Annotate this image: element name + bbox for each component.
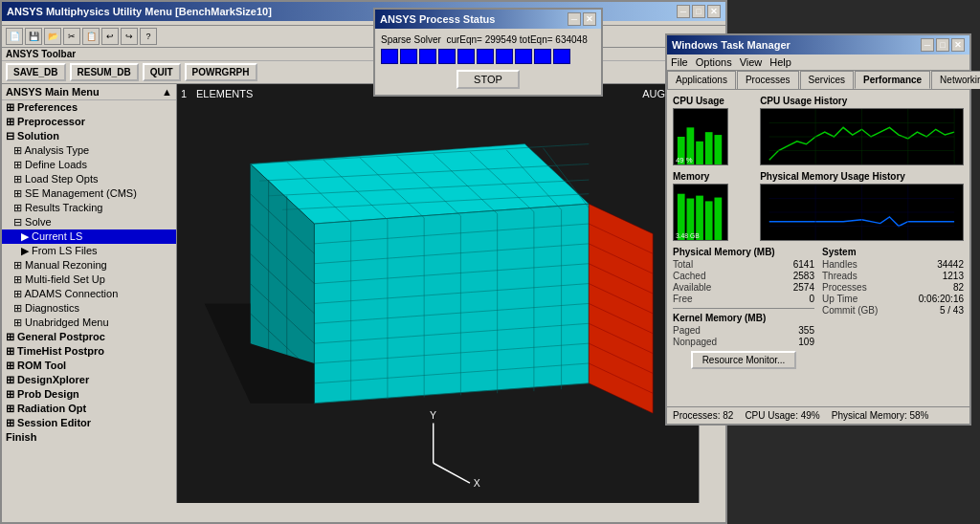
sidebar-item-rom-tool[interactable]: ⊞ ROM Tool [2,359,176,373]
sidebar-item-radiation-opt[interactable]: ⊞ Radiation Opt [2,402,176,416]
cpu-graphs-row: CPU Usage 49 % CPU Usage History [673,96,964,165]
sidebar-item-results-tracking[interactable]: ⊞ Results Tracking [2,201,176,215]
tab-services[interactable]: Services [800,71,854,89]
task-manager-menu: File Options View Help [667,55,969,71]
svg-text:X: X [474,477,481,490]
ansys-main-window: ANSYS Multiphysics Utility Menu [BenchMa… [0,0,727,524]
sidebar-header: ANSYS Main Menu ▲ [2,84,176,100]
mem-cached-value: 2583 [793,271,814,281]
progress-seg-10 [553,49,570,64]
sidebar-item-load-step-opts[interactable]: ⊞ Load Step Opts [2,172,176,186]
process-close-btn[interactable]: ✕ [583,12,596,26]
toolbar-icon-6[interactable]: ↩ [101,28,119,45]
task-manager-footer: Processes: 82 CPU Usage: 49% Physical Me… [667,406,969,424]
system-col: System Handles 34442 Threads 1213 Proces… [822,247,964,369]
svg-rect-62 [714,135,722,164]
mem-available-label: Available [673,282,711,293]
solver-name: Sparse Solver [381,34,441,45]
toolbar-icon-4[interactable]: ✂ [63,28,80,45]
resource-monitor-container: Resource Monitor... [673,351,814,369]
sidebar-item-general-postproc[interactable]: ⊞ General Postproc [2,330,176,344]
sys-uptime-label: Up Time [822,294,858,304]
kern-paged-value: 355 [798,325,814,336]
kern-paged-label: Paged [673,325,701,336]
sidebar-item-from-ls-files[interactable]: ▶ From LS Files [2,244,176,258]
sidebar-controls: ▲ [162,86,172,98]
svg-text:49 %: 49 % [676,156,693,164]
sidebar-item-analysis-type[interactable]: ⊞ Analysis Type [2,143,176,158]
task-manager-window: Windows Task Manager ─ □ ✕ File Options … [665,33,971,426]
resum-db-button[interactable]: RESUM_DB [70,63,139,81]
tab-networking[interactable]: Networking [931,71,980,89]
footer-cpu: CPU Usage: 49% [745,410,819,421]
toolbar-icon-8[interactable]: ? [140,28,157,45]
tm-menu-help[interactable]: Help [769,56,791,68]
sidebar-item-session-editor[interactable]: ⊞ Session Editor [2,416,176,430]
sidebar-item-define-loads[interactable]: ⊞ Define Loads [2,158,176,172]
tab-applications[interactable]: Applications [667,71,736,89]
viewport-number-label: 1 [181,88,187,99]
memory-small-label: Memory [673,171,754,182]
svg-rect-60 [696,142,703,164]
sidebar-item-diagnostics[interactable]: ⊞ Diagnostics [2,301,176,316]
sys-commit-row: Commit (GB) 5 / 43 [822,305,964,316]
process-solver-label: Sparse Solver curEqn= 299549 totEqn= 634… [381,34,595,45]
toolbar-icon-3[interactable]: 📂 [44,28,61,45]
toolbar-icon-2[interactable]: 💾 [25,28,42,45]
tm-close-btn[interactable]: ✕ [951,38,965,52]
stop-button[interactable]: STOP [457,70,520,89]
tm-maximize-btn[interactable]: □ [936,38,949,52]
kern-paged-row: Paged 355 [673,325,814,336]
sidebar-item-multifield-setup[interactable]: ⊞ Multi-field Set Up [2,273,176,287]
maximize-button[interactable]: □ [692,5,705,18]
sidebar-item-se-management[interactable]: ⊞ SE Management (CMS) [2,186,176,201]
progress-seg-4 [438,49,456,64]
task-manager-title-text: Windows Task Manager [672,39,791,51]
tm-stats-section: Physical Memory (MB) Total 6141 Cached 2… [673,247,964,369]
memory-history-section: Physical Memory Usage History [760,171,964,241]
sidebar-item-preferences[interactable]: ⊞ Preferences [2,100,176,115]
elements-label: ELEMENTS [196,88,253,99]
sidebar: ANSYS Main Menu ▲ ⊞ Preferences ⊞ Prepro… [2,84,177,503]
quit-button[interactable]: QUIT [143,63,181,81]
sidebar-item-solution[interactable]: ⊟ Solution [2,129,176,143]
tm-menu-file[interactable]: File [671,56,688,68]
toolbar-icon-1[interactable]: 📄 [6,28,23,45]
sidebar-item-manual-rezoning[interactable]: ⊞ Manual Rezoning [2,258,176,273]
sidebar-item-timehist-postpro[interactable]: ⊞ TimeHist Postpro [2,344,176,359]
process-minimize-btn[interactable]: ─ [568,12,581,26]
powrgrph-button[interactable]: POWRGRPH [185,63,257,81]
sys-uptime-value: 0:06:20:16 [919,294,964,304]
cpu-usage-graph: 49 % [673,108,728,165]
resource-monitor-button[interactable]: Resource Monitor... [691,351,797,369]
sidebar-item-solve[interactable]: ⊟ Solve [2,215,176,229]
sidebar-item-prob-design[interactable]: ⊞ Prob Design [2,387,176,402]
task-manager-tabs: Applications Processes Services Performa… [667,71,969,90]
toolbar-icon-7[interactable]: ↪ [121,28,138,45]
sidebar-item-current-ls[interactable]: ▶ Current LS [2,229,176,244]
viewport: 1 ELEMENTS AUG [177,84,699,503]
sidebar-item-preprocessor[interactable]: ⊞ Preprocessor [2,115,176,129]
svg-marker-44 [589,204,653,413]
sys-processes-label: Processes [822,282,867,293]
sidebar-item-designxplorer[interactable]: ⊞ DesignXplorer [2,373,176,387]
minimize-button[interactable]: ─ [677,5,690,18]
mem-free-label: Free [673,294,693,304]
save-db-button[interactable]: SAVE_DB [6,63,66,81]
tm-minimize-btn[interactable]: ─ [921,38,934,52]
cpu-history-section: CPU Usage History [760,96,964,165]
close-button[interactable]: ✕ [707,5,721,18]
sidebar-item-unabridged-menu[interactable]: ⊞ Unabridged Menu [2,316,176,330]
toolbar-icon-5[interactable]: 📋 [82,28,100,45]
tab-performance[interactable]: Performance [855,71,930,89]
icon-toolbar: 📄 💾 📂 ✂ 📋 ↩ ↪ ? [2,26,725,48]
sidebar-item-finish[interactable]: Finish [2,430,176,444]
process-dialog-title: ANSYS Process Status ─ ✕ [375,10,601,29]
sidebar-item-adams-connection[interactable]: ⊞ ADAMS Connection [2,287,176,301]
system-label: System [822,247,964,257]
ansys-toolbar: SAVE_DB RESUM_DB QUIT POWRGRPH [2,61,725,84]
memory-small-svg: 3.48 GB [674,185,727,240]
tab-processes[interactable]: Processes [737,71,799,89]
tm-menu-view[interactable]: View [740,56,763,68]
tm-menu-options[interactable]: Options [696,56,732,68]
